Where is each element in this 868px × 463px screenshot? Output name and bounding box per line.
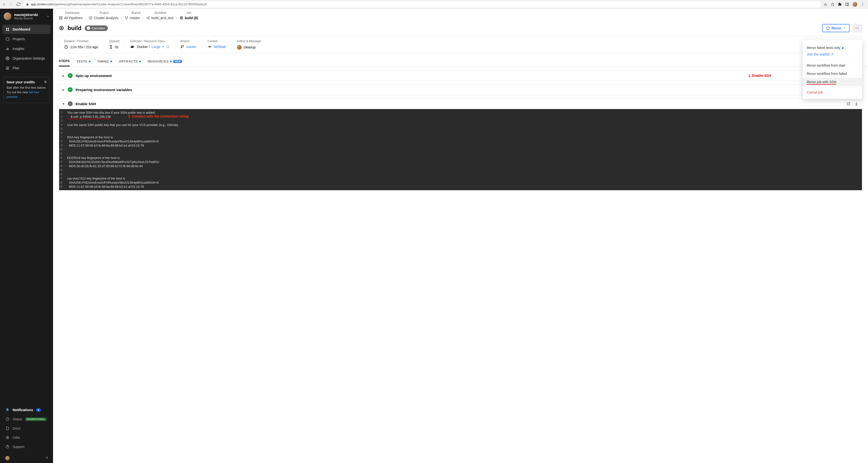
stopwatch-icon: [64, 45, 68, 49]
back-icon[interactable]: [2, 2, 6, 6]
external-link-icon[interactable]: [846, 102, 850, 106]
job-icon: [59, 25, 64, 31]
svg-point-36: [61, 28, 62, 29]
svg-point-37: [856, 28, 856, 29]
sidebar-item-org-settings[interactable]: Organization Settings: [2, 54, 51, 63]
annotation-1: 1. Enable SSH: [748, 74, 771, 78]
address-bar[interactable]: app.circleci.com/pipelines/github/maciej…: [23, 1, 821, 7]
tab-tests[interactable]: TESTS: [76, 58, 90, 66]
terminal-output: 12345678910111213141516171819 2. Connect…: [59, 109, 862, 190]
tab-artifacts[interactable]: ARTIFACTS: [119, 58, 141, 66]
resource-link[interactable]: Large ↗: [152, 45, 164, 49]
svg-point-30: [147, 18, 147, 19]
sidebar-item-notifications[interactable]: Notifications1: [2, 405, 51, 414]
sidebar-item-orbs[interactable]: Orbs: [2, 433, 51, 442]
dd-rerun-with-ssh[interactable]: Rerun job with SSH: [803, 78, 862, 86]
commit-link[interactable]: b85fbab: [214, 45, 226, 49]
svg-point-48: [183, 45, 184, 46]
svg-point-28: [127, 17, 128, 18]
rerun-button[interactable]: Rerun: [822, 24, 849, 32]
dd-rerun-failed-tests: Rerun failed tests only: [803, 43, 862, 52]
dd-cancel-job[interactable]: Cancel job: [803, 88, 862, 96]
svg-rect-11: [6, 38, 9, 40]
svg-point-50: [209, 46, 210, 48]
tab-steps[interactable]: STEPS: [59, 58, 70, 66]
org-fullname: Maciej Skorski: [14, 17, 38, 20]
collapse-sidebar-icon[interactable]: [45, 456, 49, 461]
sidebar-item-insights[interactable]: Insights: [2, 44, 51, 53]
sidebar-item-projects[interactable]: Projects: [2, 34, 51, 43]
download-icon[interactable]: [855, 102, 859, 106]
svg-rect-23: [59, 18, 61, 20]
dots-icon: [855, 26, 859, 30]
job-icon: [180, 16, 183, 20]
breadcrumb-dashboard[interactable]: All Pipelines: [59, 16, 83, 20]
forward-icon[interactable]: [9, 2, 13, 6]
check-icon: ✓: [68, 73, 73, 78]
svg-point-19: [7, 437, 8, 438]
tab-resources[interactable]: RESOURCESNEW: [148, 58, 182, 66]
indicator-dot: [89, 61, 91, 62]
status-badge: OPERATIONAL: [25, 418, 47, 421]
svg-point-5: [862, 4, 863, 5]
sidebar-item-docs[interactable]: Docs: [2, 424, 51, 433]
extensions-icon[interactable]: [838, 2, 842, 6]
check-icon: ✓: [68, 87, 73, 92]
user-avatar-small[interactable]: [5, 456, 10, 460]
sidebar-item-dashboard[interactable]: Dashboard: [2, 25, 51, 34]
caret-down-icon[interactable]: ▾: [62, 101, 65, 106]
svg-rect-21: [59, 17, 61, 18]
reload-icon[interactable]: [17, 2, 21, 6]
minus-icon: –: [68, 101, 73, 106]
metric-label: Duration / Finished: [64, 39, 98, 43]
info-icon[interactable]: [166, 45, 169, 49]
dd-rerun-from-failed[interactable]: Rerun workflow from failed: [803, 69, 862, 78]
breadcrumb-branch[interactable]: master: [124, 16, 140, 20]
svg-point-4: [862, 3, 863, 4]
url-domain: app.circleci.com: [31, 2, 53, 6]
help-icon: [5, 444, 10, 449]
svg-rect-2: [846, 3, 848, 6]
code-area[interactable]: 2. Connect with the connection string Yo…: [65, 109, 862, 190]
branch-link[interactable]: master: [186, 45, 197, 49]
sidebar-item-status[interactable]: StatusOPERATIONAL: [2, 414, 51, 424]
dd-rerun-from-start[interactable]: Rerun workflow from start: [803, 61, 862, 69]
docs-icon: [5, 426, 10, 431]
reload-icon: [826, 26, 830, 30]
svg-point-47: [181, 45, 182, 46]
sidebar-item-support[interactable]: Support: [2, 442, 51, 451]
star-icon[interactable]: [831, 2, 835, 6]
org-switcher[interactable]: maciejskorski Maciej Skorski: [0, 9, 53, 24]
svg-rect-45: [132, 45, 133, 46]
panel-icon[interactable]: [845, 2, 849, 6]
kebab-icon[interactable]: [861, 2, 865, 6]
indicator-dot: [139, 61, 141, 62]
more-button[interactable]: [852, 24, 862, 32]
svg-marker-1: [831, 3, 834, 6]
dollar-icon: [5, 66, 10, 70]
dd-waitlist-link[interactable]: Join the waitlist ↗: [803, 52, 862, 58]
chevron-right-icon: ›: [85, 16, 86, 20]
svg-rect-9: [6, 30, 7, 31]
project-icon: [89, 16, 93, 20]
sidebar-item-plan[interactable]: Plan: [2, 63, 51, 73]
breadcrumb: All Pipelines › Cluster-Analysis › maste…: [59, 16, 862, 20]
gauge-icon: [5, 417, 10, 421]
svg-rect-7: [6, 28, 7, 29]
job-status-pill: –Canceled: [85, 25, 108, 31]
svg-rect-8: [8, 28, 9, 29]
chart-icon: [5, 47, 10, 51]
breadcrumb-workflow[interactable]: build_and_test: [146, 16, 174, 20]
step-spin-up: ▸ ✓ Spin up environment 1. Enable SSH: [59, 70, 862, 81]
svg-point-29: [126, 19, 127, 20]
tab-timing[interactable]: TIMING: [97, 58, 113, 66]
close-icon[interactable]: ✕: [44, 80, 47, 84]
svg-rect-24: [61, 18, 62, 20]
share-icon[interactable]: [824, 2, 827, 6]
caret-right-icon[interactable]: ▸: [62, 88, 65, 92]
grid-icon: [5, 27, 10, 31]
profile-avatar[interactable]: [852, 2, 857, 7]
caret-right-icon[interactable]: ▸: [62, 73, 65, 78]
svg-point-18: [6, 436, 9, 439]
breadcrumb-project[interactable]: Cluster-Analysis: [89, 16, 118, 20]
